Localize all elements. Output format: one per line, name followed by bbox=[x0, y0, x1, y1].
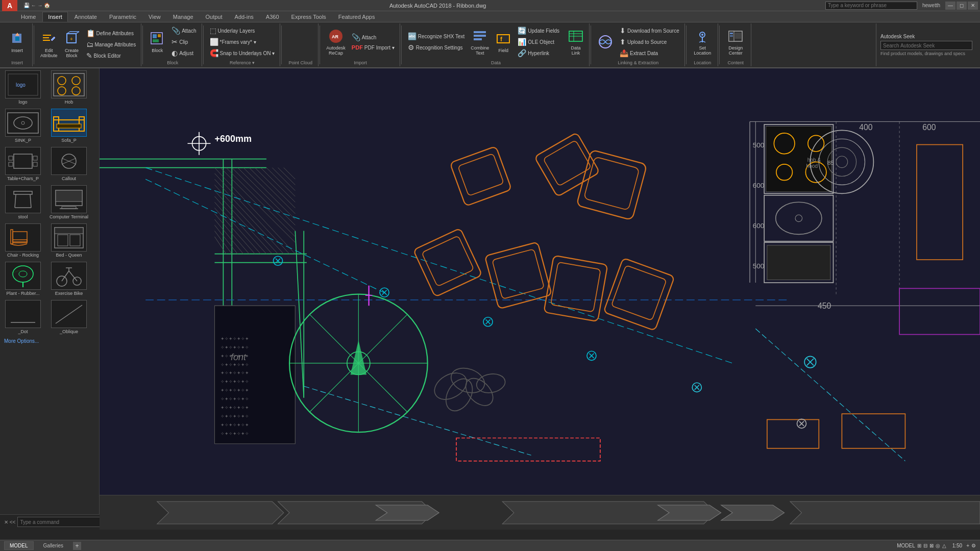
block-item-sink[interactable]: SINK_P bbox=[0, 107, 46, 145]
hyperlink-button[interactable]: 🔗 Hyperlink bbox=[516, 48, 561, 58]
group-data: 🔤 Recognize SHX Text ⚙ Recognition Setti… bbox=[403, 23, 590, 66]
pdf-import-button[interactable]: PDF PDF Import ▾ bbox=[350, 43, 397, 52]
svg-line-61 bbox=[15, 194, 16, 208]
tab-model[interactable]: MODEL bbox=[4, 541, 34, 550]
block-item-sofa[interactable]: Sofa_P bbox=[46, 107, 92, 145]
ole-object-button[interactable]: 📊 OLE Object bbox=[516, 37, 561, 47]
titlebar-search[interactable] bbox=[825, 2, 917, 10]
block-item-table[interactable]: Table+Chars_P bbox=[0, 145, 46, 183]
svg-rect-49 bbox=[57, 124, 81, 128]
tab-insert[interactable]: Insert bbox=[42, 12, 68, 22]
tab-galleries[interactable]: Galleries bbox=[38, 541, 69, 550]
more-options-button[interactable]: More Options... bbox=[0, 336, 99, 346]
settings-icon[interactable]: ⚙ bbox=[971, 543, 976, 548]
svg-rect-33 bbox=[730, 33, 733, 34]
svg-rect-21 bbox=[474, 38, 482, 40]
edit-attribute-label: EditAttribute bbox=[40, 48, 58, 58]
svg-text:✦✧✦✧✦✧✦: ✦✧✦✧✦✧✦ bbox=[220, 422, 249, 428]
block-thumb-computer bbox=[51, 185, 87, 213]
block-item-dot[interactable]: _Dot bbox=[0, 298, 46, 336]
tab-featured-apps[interactable]: Featured Apps bbox=[333, 12, 381, 22]
block-name-table: Table+Chars_P bbox=[7, 176, 39, 181]
extract-data-icon: 📤 bbox=[620, 49, 628, 57]
field-button[interactable]: f Field bbox=[493, 30, 513, 54]
frames-vary-button[interactable]: ⬜ *Frames vary* ▾ bbox=[208, 37, 277, 47]
set-location-button[interactable]: SetLocation bbox=[692, 27, 713, 57]
polar-toggle[interactable]: ◎ bbox=[936, 543, 940, 548]
design-center-button[interactable]: DesignCenter bbox=[725, 27, 746, 57]
underlay-layers-button[interactable]: ⬚ Underlay Layers bbox=[208, 26, 277, 36]
extract-data-label: Extract Data bbox=[630, 51, 658, 56]
grid-toggle[interactable]: ⊞ bbox=[917, 543, 921, 548]
data-link-button[interactable]: DataLink bbox=[566, 27, 586, 57]
block-button[interactable]: Block bbox=[147, 30, 167, 54]
attach-import-button[interactable]: 📎 Attach bbox=[350, 32, 397, 42]
create-block-button[interactable]: + CreateBlock bbox=[62, 30, 82, 59]
block-label: Block bbox=[152, 48, 163, 53]
block-editor-button[interactable]: ✎ Block Editor bbox=[84, 51, 138, 61]
model-indicator[interactable]: MODEL bbox=[897, 543, 915, 548]
insert-button[interactable]: Insert bbox=[7, 30, 28, 54]
tab-a360[interactable]: A360 bbox=[260, 12, 285, 22]
recognition-settings-button[interactable]: ⚙ Recognition Settings bbox=[406, 42, 467, 53]
edit-attribute-button[interactable]: EditAttribute bbox=[38, 30, 60, 59]
block-thumb-dot bbox=[5, 300, 41, 328]
block-item-stool[interactable]: stool bbox=[0, 183, 46, 221]
zoom-in-button[interactable]: + bbox=[966, 543, 969, 548]
tab-addins[interactable]: Add-ins bbox=[229, 12, 259, 22]
svg-rect-73 bbox=[58, 235, 68, 246]
autodesk-recap-button[interactable]: AR AutodeskReCap bbox=[324, 27, 348, 57]
block-thumb-callout bbox=[51, 147, 87, 175]
svg-rect-68 bbox=[13, 232, 27, 243]
tab-view[interactable]: View bbox=[143, 12, 166, 22]
titlebar-title: Autodesk AutoCAD 2018 - Ribbon.dwg bbox=[389, 3, 486, 9]
block-item-bed-queen[interactable]: Bed - Queen bbox=[46, 221, 92, 260]
tab-home[interactable]: Home bbox=[15, 12, 41, 22]
svg-rect-22 bbox=[497, 35, 509, 43]
scale-bar bbox=[100, 495, 980, 530]
data-right-col: 🔄 Update Fields 📊 OLE Object 🔗 Hyperlink bbox=[516, 26, 561, 58]
tab-express-tools[interactable]: Express Tools bbox=[286, 12, 332, 22]
minimize-button[interactable]: — bbox=[945, 2, 955, 10]
clip-button[interactable]: ✂ Clip bbox=[169, 37, 198, 47]
block-item-plant[interactable]: Plant - Rubber... bbox=[0, 260, 46, 298]
block-item-computer[interactable]: Computer Terminal bbox=[46, 183, 92, 221]
close-button[interactable]: ✕ bbox=[968, 2, 978, 10]
canvas-area[interactable]: +600mm font ✦✧✦✧✦✧✦ ✧✦✧✦✧✦✧ ✦✧✦✧✦✧✦ ✧✦✧✦… bbox=[100, 68, 980, 514]
svg-text:+600mm: +600mm bbox=[214, 134, 252, 144]
block-item-logo[interactable]: logo logo bbox=[0, 68, 46, 107]
ortho-toggle[interactable]: ⊠ bbox=[929, 543, 934, 548]
upload-source-button[interactable]: ⬆ Upload to Source bbox=[618, 37, 681, 47]
update-fields-button[interactable]: 🔄 Update Fields bbox=[516, 26, 561, 36]
extract-data-button[interactable]: 📤 Extract Data bbox=[618, 48, 681, 58]
block-item-oblique[interactable]: _Oblique bbox=[46, 298, 92, 336]
svg-text:✦✧✦✧✦✧✦: ✦✧✦✧✦✧✦ bbox=[220, 388, 249, 393]
download-source-button[interactable]: ⬇ Download from Source bbox=[618, 26, 681, 36]
define-attributes-button[interactable]: 📋 Define Attributes bbox=[84, 28, 138, 38]
group-insert: Insert Insert bbox=[2, 23, 33, 66]
tab-output[interactable]: Output bbox=[200, 12, 228, 22]
restore-button[interactable]: ◻ bbox=[957, 2, 967, 10]
block-item-exercise-bike[interactable]: Exercise Bike bbox=[46, 260, 92, 298]
snap-toggle[interactable]: ⊟ bbox=[923, 543, 927, 548]
tab-manage[interactable]: Manage bbox=[167, 12, 199, 22]
tab-annotate[interactable]: Annotate bbox=[69, 12, 103, 22]
block-group-label: Block bbox=[167, 59, 178, 65]
block-item-hob[interactable]: Hob bbox=[46, 68, 92, 107]
add-tab-button[interactable]: + bbox=[73, 542, 81, 550]
attach-button[interactable]: 📎 Attach bbox=[169, 26, 198, 36]
block-thumb-stool bbox=[5, 185, 41, 213]
osnap-toggle[interactable]: △ bbox=[942, 543, 946, 548]
manage-attributes-button[interactable]: 🗂 Manage Attributes bbox=[84, 39, 138, 49]
tab-parametric[interactable]: Parametric bbox=[104, 12, 142, 22]
design-center-label: DesignCenter bbox=[728, 45, 743, 56]
svg-rect-15 bbox=[158, 34, 161, 37]
block-item-callout[interactable]: Callout bbox=[46, 145, 92, 183]
recognize-shx-button[interactable]: 🔤 Recognize SHX Text bbox=[406, 31, 467, 41]
combine-text-button[interactable]: CombineText bbox=[469, 27, 491, 57]
block-item-chair-rocking[interactable]: Chair - Rocking bbox=[0, 221, 46, 260]
block-def-col: 📋 Define Attributes 🗂 Manage Attributes … bbox=[84, 28, 138, 61]
snap-underlays-button[interactable]: 🧲 Snap to Underlays ON ▾ bbox=[208, 48, 277, 58]
autodesk-seek-search[interactable] bbox=[880, 41, 972, 50]
adjust-button[interactable]: ◐ Adjust bbox=[169, 48, 198, 58]
